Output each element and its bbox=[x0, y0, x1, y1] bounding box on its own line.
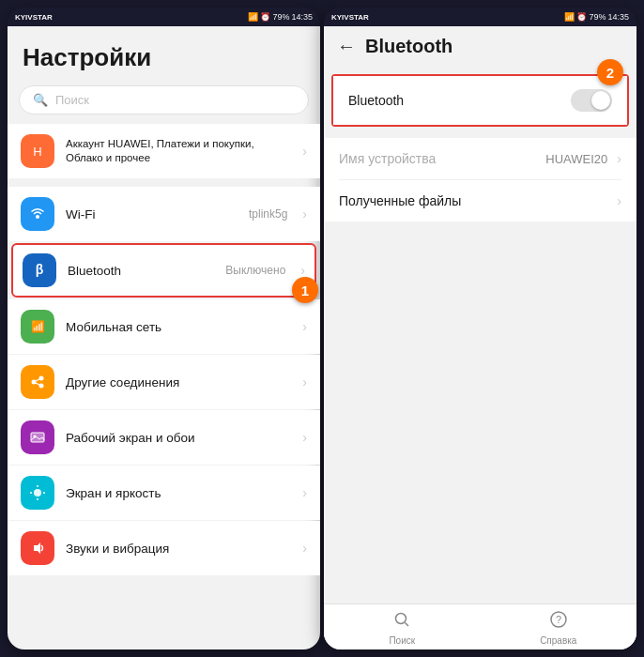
connections-icon bbox=[21, 365, 54, 399]
connections-text: Другие соединения bbox=[66, 375, 291, 390]
svg-line-26 bbox=[406, 623, 409, 627]
wallpaper-arrow: › bbox=[302, 430, 307, 445]
signal-icon: 📶 bbox=[248, 12, 258, 22]
mobile-arrow: › bbox=[302, 319, 307, 334]
bt-device-section: Имя устройства HUAWEI20 › Полученные фай… bbox=[324, 138, 636, 222]
settings-list: H Аккаунт HUAWEI, Платежи и покупки, Обл… bbox=[8, 124, 320, 649]
left-status-icons: 📶 ⏰ 79% 14:35 bbox=[248, 12, 313, 22]
display-text: Экран и яркость bbox=[66, 486, 291, 500]
svg-rect-7 bbox=[27, 372, 48, 392]
right-status-bar: KYIVSTAR 📶 ⏰ 79% 14:35 bbox=[324, 8, 636, 26]
r-battery-text: 79% bbox=[589, 12, 606, 22]
settings-item-display[interactable]: Экран и яркость › bbox=[8, 466, 320, 520]
settings-item-bluetooth[interactable]: β Bluetooth Выключено › 1 bbox=[11, 243, 316, 298]
step-badge-2: 2 bbox=[597, 59, 623, 85]
bluetooth-icon: β bbox=[23, 253, 56, 287]
search-placeholder: Поиск bbox=[55, 93, 89, 107]
left-phone-panel: KYIVSTAR 📶 ⏰ 79% 14:35 Настройки 🔍 Поиск bbox=[8, 8, 320, 649]
left-time: 14:35 bbox=[291, 12, 313, 22]
svg-text:β: β bbox=[36, 262, 44, 277]
nav-search[interactable]: Поиск bbox=[324, 610, 481, 646]
right-phone-panel: KYIVSTAR 📶 ⏰ 79% 14:35 ← Bluetooth Bluet… bbox=[324, 8, 636, 649]
nav-search-label: Поиск bbox=[389, 635, 415, 646]
sound-arrow: › bbox=[302, 541, 307, 556]
huawei-text: Аккаунт HUAWEI, Платежи и покупки, Облак… bbox=[66, 137, 291, 165]
display-arrow: › bbox=[302, 485, 307, 500]
r-signal-icon: 📶 bbox=[564, 12, 575, 22]
svg-point-25 bbox=[396, 614, 406, 624]
bt-text: Bluetooth bbox=[68, 264, 214, 278]
nav-help-icon: ? bbox=[549, 610, 568, 634]
nav-search-icon bbox=[392, 610, 411, 634]
device-name-value: HUAWEI20 bbox=[545, 152, 607, 166]
right-carrier: KYIVSTAR bbox=[331, 13, 369, 22]
connections-arrow: › bbox=[302, 374, 307, 390]
left-panel-content: Настройки 🔍 Поиск H Аккаунт HUAWEI, Плат… bbox=[8, 26, 320, 649]
back-button[interactable]: ← bbox=[337, 36, 356, 57]
bluetooth-toggle-section: Bluetooth bbox=[331, 74, 629, 127]
settings-item-wallpaper[interactable]: Рабочий экран и обои › bbox=[8, 410, 320, 465]
right-panel-content: ← Bluetooth Bluetooth 2 bbox=[324, 26, 636, 649]
received-files-label: Полученные файлы bbox=[339, 193, 617, 208]
mobile-text: Мобильная сеть bbox=[66, 320, 291, 334]
svg-text:?: ? bbox=[556, 614, 561, 625]
settings-item-wifi[interactable]: Wi-Fi tplink5g › bbox=[8, 187, 320, 241]
bt-device-name-row[interactable]: Имя устройства HUAWEI20 › bbox=[324, 138, 636, 179]
svg-point-10 bbox=[39, 384, 44, 389]
bt-toggle-label: Bluetooth bbox=[348, 93, 561, 108]
search-icon: 🔍 bbox=[33, 93, 48, 107]
r-alarm-icon: ⏰ bbox=[576, 12, 587, 22]
wifi-text: Wi-Fi bbox=[66, 207, 238, 222]
settings-item-sound[interactable]: Звуки и вибрация › bbox=[8, 521, 320, 575]
bt-toggle-row[interactable]: Bluetooth bbox=[333, 76, 627, 125]
wallpaper-icon bbox=[21, 420, 54, 454]
right-time: 14:35 bbox=[607, 12, 629, 22]
svg-point-8 bbox=[32, 380, 37, 385]
left-carrier: KYIVSTAR bbox=[15, 13, 53, 22]
settings-item-mobile[interactable]: 📶 Мобильная сеть › bbox=[8, 299, 320, 354]
settings-item-huawei[interactable]: H Аккаунт HUAWEI, Платежи и покупки, Обл… bbox=[8, 124, 320, 178]
settings-item-connections[interactable]: Другие соединения › bbox=[8, 355, 320, 409]
svg-point-18 bbox=[34, 489, 41, 497]
bt-received-row[interactable]: Полученные файлы › bbox=[324, 180, 636, 222]
svg-point-2 bbox=[36, 215, 39, 219]
nav-help-label: Справка bbox=[540, 635, 576, 646]
settings-title: Настройки bbox=[8, 26, 320, 82]
huawei-icon: H bbox=[21, 134, 54, 168]
mobile-icon: 📶 bbox=[21, 310, 54, 344]
svg-text:📶: 📶 bbox=[31, 319, 45, 333]
nav-help[interactable]: ? Справка bbox=[481, 610, 637, 646]
search-bar[interactable]: 🔍 Поиск bbox=[19, 85, 309, 115]
display-icon bbox=[21, 476, 54, 510]
left-status-bar: KYIVSTAR 📶 ⏰ 79% 14:35 bbox=[8, 8, 320, 26]
received-files-arrow: › bbox=[617, 193, 621, 208]
alarm-icon: ⏰ bbox=[260, 12, 270, 22]
bt-toggle-switch[interactable] bbox=[571, 89, 612, 112]
bt-header-title: Bluetooth bbox=[365, 36, 452, 57]
wifi-arrow: › bbox=[302, 206, 307, 222]
bt-toggle-thumb bbox=[591, 91, 610, 110]
bottom-nav: Поиск ? Справка bbox=[324, 604, 636, 649]
battery-text: 79% bbox=[272, 12, 289, 22]
sound-text: Звуки и вибрация bbox=[66, 542, 291, 556]
step-badge-1: 1 bbox=[292, 277, 318, 303]
arrow-icon: › bbox=[302, 144, 307, 159]
bt-arrow: › bbox=[300, 263, 305, 278]
right-status-icons: 📶 ⏰ 79% 14:35 bbox=[564, 12, 629, 22]
sound-icon bbox=[21, 531, 54, 565]
svg-point-9 bbox=[39, 376, 44, 381]
device-name-arrow: › bbox=[617, 151, 621, 166]
wifi-icon bbox=[21, 197, 54, 231]
wallpaper-text: Рабочий экран и обои bbox=[66, 431, 291, 445]
bt-header: ← Bluetooth bbox=[324, 26, 636, 67]
device-name-label: Имя устройства bbox=[339, 151, 536, 166]
svg-text:H: H bbox=[33, 145, 41, 159]
